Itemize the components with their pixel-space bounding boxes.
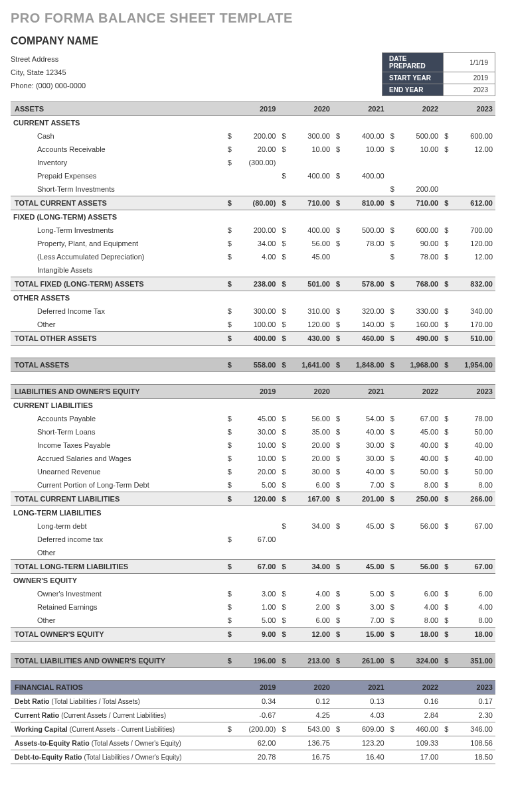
- currency-symbol: [278, 291, 288, 305]
- currency-symbol: $: [224, 465, 234, 478]
- currency-symbol: $: [333, 332, 343, 346]
- line-item-label: Cash: [11, 129, 224, 143]
- line-item-label: (Less Accumulated Depreciation): [11, 250, 224, 263]
- currency-symbol: $: [333, 143, 343, 156]
- currency-symbol: [278, 750, 288, 764]
- cell-value: [451, 263, 495, 277]
- section-header: ASSETS: [11, 102, 224, 116]
- cell-value: 500.00: [343, 224, 386, 237]
- currency-symbol: [387, 169, 397, 182]
- cell-value: [451, 182, 495, 196]
- currency-symbol: $: [387, 654, 397, 668]
- cell-value: 78.00: [451, 412, 495, 425]
- currency-symbol: $: [387, 332, 397, 346]
- ratio-row: Debt-to-Equity Ratio (Total Liabilities …: [11, 750, 224, 764]
- cell-value: [343, 291, 386, 305]
- total-label: TOTAL LONG-TERM LIABILITIES: [11, 560, 224, 574]
- cell-value: 4.25: [289, 709, 333, 722]
- currency-symbol: $: [224, 560, 234, 574]
- cell-value: 67.00: [234, 560, 278, 574]
- cell-value: 8.00: [451, 478, 495, 492]
- cell-value: [234, 169, 278, 182]
- cell-value: [289, 506, 333, 520]
- currency-symbol: $: [333, 277, 343, 291]
- cell-value: 0.16: [397, 695, 441, 709]
- cell-value: 67.00: [234, 533, 278, 546]
- cell-value: 238.00: [234, 277, 278, 291]
- cell-value: 62.00: [234, 736, 278, 750]
- currency-symbol: $: [387, 412, 397, 425]
- currency-symbol: $: [224, 250, 234, 263]
- year-header: 2023: [451, 385, 495, 399]
- currency-symbol: [441, 750, 451, 764]
- line-item-label: Accounts Payable: [11, 412, 224, 425]
- cell-value: 40.00: [397, 439, 441, 452]
- currency-symbol: $: [333, 600, 343, 614]
- cell-value: 10.00: [234, 452, 278, 465]
- currency-symbol: $: [333, 196, 343, 210]
- currency-symbol: [441, 169, 451, 182]
- currency-symbol: $: [278, 478, 288, 492]
- cell-value: 612.00: [451, 196, 495, 210]
- currency-symbol: $: [387, 196, 397, 210]
- cell-value: 700.00: [451, 224, 495, 237]
- total-label: TOTAL LIABILITIES AND OWNER'S EQUITY: [11, 654, 224, 668]
- currency-symbol: $: [441, 250, 451, 263]
- cell-value: 4.00: [289, 587, 333, 600]
- cell-value: 109.33: [397, 736, 441, 750]
- cell-value: 196.00: [234, 654, 278, 668]
- currency-symbol: $: [387, 277, 397, 291]
- year-header: 2023: [451, 681, 495, 695]
- cell-value: 351.00: [451, 654, 495, 668]
- currency-symbol: [224, 116, 234, 130]
- cell-value: [397, 574, 441, 588]
- currency-symbol: [441, 156, 451, 169]
- currency-symbol: $: [387, 358, 397, 372]
- cell-value: 123.20: [343, 736, 386, 750]
- cell-value: [343, 399, 386, 413]
- cell-value: [289, 263, 333, 277]
- currency-symbol: $: [441, 654, 451, 668]
- currency-symbol: $: [333, 129, 343, 143]
- cell-value: (200.00): [234, 722, 278, 736]
- currency-symbol: $: [387, 143, 397, 156]
- currency-symbol: [278, 574, 288, 588]
- cell-value: 200.00: [234, 224, 278, 237]
- cell-value: [397, 116, 441, 130]
- ratio-row: Current Ratio (Current Assets / Current …: [11, 709, 224, 722]
- year-header: 2020: [289, 102, 333, 116]
- cell-value: 300.00: [289, 129, 333, 143]
- currency-symbol: $: [387, 250, 397, 263]
- currency-symbol: $: [224, 277, 234, 291]
- currency-symbol: [387, 506, 397, 520]
- currency-symbol: $: [333, 492, 343, 506]
- currency-symbol: $: [387, 587, 397, 600]
- currency-symbol: $: [441, 318, 451, 332]
- currency-symbol: $: [278, 425, 288, 439]
- currency-symbol: [387, 709, 397, 722]
- subsection-header: LONG-TERM LIABILITIES: [11, 506, 224, 520]
- line-item-label: Owner's Investment: [11, 587, 224, 600]
- cell-value: [397, 546, 441, 560]
- currency-symbol: [224, 695, 234, 709]
- ratio-desc: (Total Liabilities / Total Assets): [52, 698, 140, 705]
- currency-symbol: $: [387, 182, 397, 196]
- currency-symbol: [224, 736, 234, 750]
- cell-value: 0.34: [234, 695, 278, 709]
- currency-symbol: [278, 263, 288, 277]
- cell-value: 30.00: [234, 425, 278, 439]
- cell-value: 78.00: [397, 250, 441, 263]
- cell-value: 170.00: [451, 318, 495, 332]
- currency-symbol: [224, 291, 234, 305]
- currency-symbol: $: [441, 425, 451, 439]
- total-label: TOTAL FIXED (LONG-TERM) ASSETS: [11, 277, 224, 291]
- currency-symbol: $: [441, 358, 451, 372]
- cell-value: 160.00: [397, 318, 441, 332]
- cell-value: [397, 399, 441, 413]
- currency-symbol: $: [441, 600, 451, 614]
- currency-symbol: [333, 291, 343, 305]
- city-state: City, State 12345: [11, 66, 66, 79]
- currency-symbol: $: [333, 452, 343, 465]
- currency-symbol: [387, 263, 397, 277]
- cell-value: [451, 169, 495, 182]
